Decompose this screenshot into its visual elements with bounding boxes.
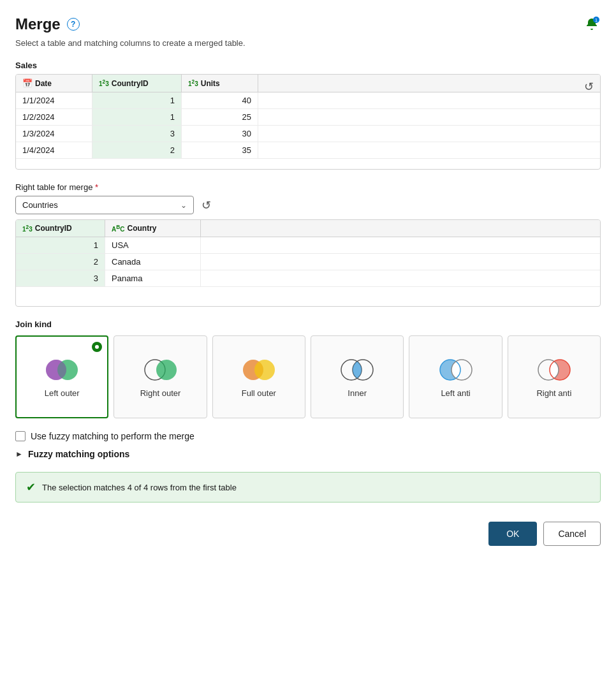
page-title: Merge [15,15,61,33]
countries-row1-name: USA [105,237,201,253]
sales-col-countryid: 123 CountryID [92,75,182,92]
join-option-left-outer[interactable]: Left outer [15,335,108,418]
join-option-inner[interactable]: Inner [311,335,404,418]
sales-row3-countryid: 3 [92,126,182,142]
cancel-button[interactable]: Cancel [543,522,601,546]
join-option-right-anti[interactable]: Right anti [508,335,601,418]
sales-row4-extra [258,142,600,158]
sales-col-date: 📅 Date [16,75,92,92]
countries-row1-extra [201,237,600,253]
full-outer-venn [239,356,279,383]
table-row: 1/2/2024 1 25 [16,109,600,126]
chevron-down-icon: ⌄ [180,201,187,210]
join-option-left-anti-label: Left anti [441,388,470,398]
table-row: 1/1/2024 1 40 [16,92,600,109]
sales-row1-countryid: 1 [92,92,182,108]
sales-row4-countryid: 2 [92,142,182,158]
countries-row1-id: 1 [16,237,105,253]
right-table-label: Right table for merge * [15,182,601,192]
page-subtitle: Select a table and matching columns to c… [15,38,246,48]
selected-radio [92,342,102,352]
countries-row3-id: 3 [16,270,105,286]
svg-point-4 [156,360,177,380]
sales-table: ↺ 📅 Date 123 CountryID 123 Units 1/1/202… [15,74,601,170]
fuzzy-matching-checkbox[interactable] [15,431,26,441]
sales-table-header: 📅 Date 123 CountryID 123 Units [16,75,600,92]
countries-row2-id: 2 [16,254,105,270]
success-icon: ✔ [26,480,36,494]
right-outer-venn [141,356,180,383]
join-option-inner-label: Inner [348,388,367,398]
help-icon[interactable]: ? [67,18,80,31]
countries-col-country: ABC Country [105,220,201,237]
countries-table: 123 CountryID ABC Country 1 USA 2 Canada [15,219,601,307]
svg-point-2 [46,360,66,380]
join-option-left-outer-label: Left outer [45,388,80,398]
join-option-full-outer-label: Full outer [242,388,276,398]
table-row: 3 Panama [16,270,600,287]
sales-row4-date: 1/4/2024 [16,142,92,158]
sales-row4-units: 35 [182,142,258,158]
fuzzy-options-label: Fuzzy matching options [28,449,129,459]
svg-point-6 [254,360,275,380]
ok-button[interactable]: OK [488,522,537,546]
join-option-right-outer[interactable]: Right outer [114,335,207,418]
abc-icon: ABC [112,224,124,233]
sales-row2-units: 25 [182,109,258,125]
sales-col-extra [258,75,600,92]
countries-row2-extra [201,254,600,270]
notif-badge: 1 [593,17,599,23]
sales-row1-extra [258,92,600,108]
sales-row2-extra [258,109,600,125]
countries-col-countryid: 123 CountryID [16,220,105,237]
table-row: 1/4/2024 2 35 [16,142,600,159]
right-table-dropdown[interactable]: Countries ⌄ [15,196,194,214]
countries-row3-extra [201,270,600,286]
date-icon: 📅 [22,78,33,88]
success-bar: ✔ The selection matches 4 of 4 rows from… [15,472,601,503]
join-option-right-outer-label: Right outer [140,388,181,398]
join-option-full-outer[interactable]: Full outer [212,335,305,418]
countries-row2-name: Canada [105,254,201,270]
sales-row3-date: 1/3/2024 [16,126,92,142]
right-table-refresh-button[interactable]: ↺ [202,198,211,212]
countries-table-header: 123 CountryID ABC Country [16,220,600,237]
fuzzy-options-expander[interactable]: ► Fuzzy matching options [15,449,601,459]
number-icon-2: 123 [188,78,198,87]
success-text: The selection matches 4 of 4 rows from t… [42,483,237,492]
table-row: 1/3/2024 3 30 [16,126,600,142]
sales-table-label: Sales [15,61,601,70]
sales-refresh-button[interactable]: ↺ [584,80,594,94]
left-outer-venn [42,356,82,383]
sales-row3-units: 30 [182,126,258,142]
sales-row2-countryid: 1 [92,109,182,125]
table-row: 1 USA [16,237,600,254]
sales-row1-units: 40 [182,92,258,108]
number-icon-3: 123 [22,224,33,233]
countries-col-extra [201,220,600,237]
table-row: 2 Canada [16,254,600,270]
number-icon-1: 123 [99,78,109,87]
join-option-left-anti[interactable]: Left anti [409,335,502,418]
sales-row2-date: 1/2/2024 [16,109,92,125]
join-kind-label: Join kind [15,319,601,329]
footer-buttons: OK Cancel [15,522,601,546]
countries-row3-name: Panama [105,270,201,286]
notification-icon[interactable]: 1 [583,15,601,33]
sales-row1-date: 1/1/2024 [16,92,92,108]
required-star: * [95,182,98,192]
join-option-right-anti-label: Right anti [536,388,571,398]
inner-venn [337,356,377,383]
sales-col-units: 123 Units [182,75,258,92]
right-anti-venn [534,356,574,383]
chevron-right-icon: ► [15,450,23,459]
fuzzy-matching-label: Use fuzzy matching to perform the merge [31,431,194,441]
left-anti-venn [436,356,476,383]
sales-row3-extra [258,126,600,142]
join-options: Left outer Right outer Full outer [15,335,601,418]
